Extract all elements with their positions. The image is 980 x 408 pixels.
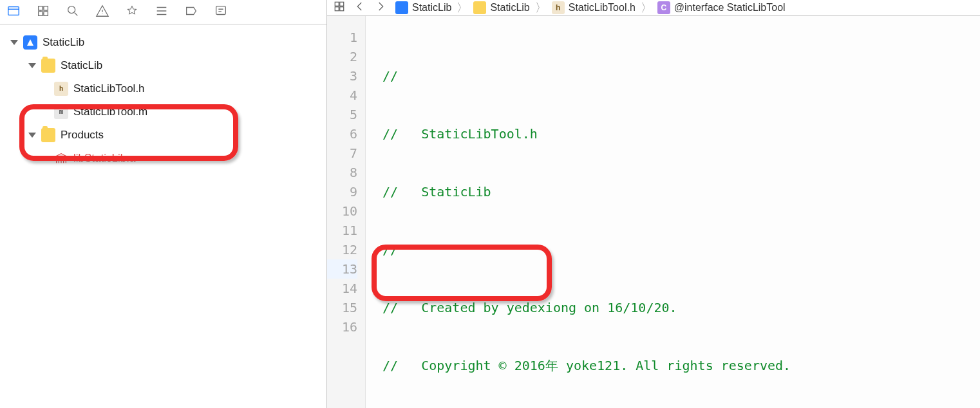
project-icon <box>23 35 37 50</box>
svg-rect-8 <box>340 2 344 6</box>
tree-lib-label: libStaticLib.a <box>73 152 135 165</box>
code-token: // <box>382 242 398 257</box>
tree-file-h-row[interactable]: h StaticLibTool.h <box>0 77 326 100</box>
library-icon <box>54 151 68 165</box>
xcode-window: StaticLib StaticLib h StaticLibTool.h m … <box>0 0 980 408</box>
crumb-label: StaticLib <box>490 2 529 14</box>
line-number: 9 <box>327 182 357 201</box>
disclosure-triangle-icon[interactable] <box>10 40 18 45</box>
navigator-toolbar <box>0 0 326 24</box>
svg-rect-4 <box>44 12 48 15</box>
tree-file-label: StaticLibTool.h <box>73 82 145 95</box>
find-navigator-tab-icon[interactable] <box>66 4 80 20</box>
source-editor[interactable]: 1 2 3 4 5 6 7 8 9 10 11 12 13 14 15 16 /… <box>327 16 980 408</box>
line-number: 15 <box>327 298 357 317</box>
disclosure-triangle-icon[interactable] <box>28 133 36 138</box>
issue-navigator-tab-icon[interactable] <box>95 4 109 20</box>
line-number: 8 <box>327 163 357 182</box>
tree-products-row[interactable]: Products <box>0 124 326 147</box>
navigator-pane: StaticLib StaticLib h StaticLibTool.h m … <box>0 0 327 408</box>
chevron-right-icon: 〉 <box>535 0 547 15</box>
chevron-right-icon: 〉 <box>641 0 652 15</box>
svg-rect-9 <box>335 7 339 11</box>
folder-icon <box>41 128 55 142</box>
crumb-file[interactable]: hStaticLibTool.h <box>552 1 636 14</box>
code-token: // <box>382 68 398 84</box>
tree-group-row[interactable]: StaticLib <box>0 54 326 77</box>
tree-file-m-row[interactable]: m StaticLibTool.m <box>0 100 326 124</box>
jump-bar[interactable]: StaticLib 〉 StaticLib 〉 hStaticLibTool.h… <box>395 0 974 15</box>
related-items-icon[interactable] <box>334 1 345 15</box>
line-gutter: 1 2 3 4 5 6 7 8 9 10 11 12 13 14 15 16 <box>327 16 366 408</box>
tree-group-label: StaticLib <box>61 59 102 72</box>
nav-buttons <box>354 1 386 15</box>
nav-forward-icon[interactable] <box>375 1 386 15</box>
tree-lib-row[interactable]: libStaticLib.a <box>0 147 326 170</box>
crumb-project[interactable]: StaticLib <box>395 1 451 14</box>
code-token: StaticLibTool.h <box>421 126 538 142</box>
line-number: 14 <box>327 279 357 298</box>
crumb-label: StaticLibTool.h <box>569 2 636 14</box>
crumb-symbol[interactable]: C@interface StaticLibTool <box>657 1 786 14</box>
folder-icon <box>473 1 486 14</box>
disclosure-triangle-icon[interactable] <box>28 63 36 68</box>
tree-products-label: Products <box>61 129 104 142</box>
code-token: // Copyright © 2016年 yoke121. All rights… <box>382 358 791 373</box>
crumb-label: StaticLib <box>412 2 451 14</box>
h-file-icon: h <box>54 82 68 96</box>
line-number: 16 <box>327 317 357 337</box>
line-number: 7 <box>327 144 357 163</box>
editor-toolbar: StaticLib 〉 StaticLib 〉 hStaticLibTool.h… <box>327 0 980 16</box>
line-number: 4 <box>327 86 357 105</box>
tree-project-label: StaticLib <box>42 36 84 49</box>
test-navigator-tab-icon[interactable] <box>125 4 139 20</box>
svg-rect-2 <box>44 6 48 10</box>
project-navigator-tab-icon[interactable] <box>6 4 21 20</box>
tree-project-row[interactable]: StaticLib <box>0 31 326 54</box>
svg-rect-10 <box>340 7 344 11</box>
line-number: 1 <box>327 28 357 47</box>
svg-rect-0 <box>8 7 19 15</box>
line-number: 2 <box>327 47 357 66</box>
svg-rect-3 <box>39 12 42 15</box>
debug-navigator-tab-icon[interactable] <box>155 4 169 20</box>
code-token: StaticLib <box>421 184 491 199</box>
class-icon: C <box>657 1 670 14</box>
line-number: 5 <box>327 105 357 124</box>
symbol-navigator-tab-icon[interactable] <box>36 4 50 20</box>
chevron-right-icon: 〉 <box>457 0 468 15</box>
svg-rect-7 <box>335 2 339 6</box>
nav-back-icon[interactable] <box>354 1 366 15</box>
svg-rect-1 <box>39 6 42 10</box>
line-number: 3 <box>327 66 357 86</box>
editor-pane: StaticLib 〉 StaticLib 〉 hStaticLibTool.h… <box>327 0 980 408</box>
line-number: 12 <box>327 240 357 259</box>
tree-file-label: StaticLibTool.m <box>73 106 147 118</box>
report-navigator-tab-icon[interactable] <box>214 4 228 20</box>
crumb-label: @interface StaticLibTool <box>674 2 786 14</box>
project-icon <box>395 1 408 14</box>
svg-rect-6 <box>216 6 226 15</box>
code-token: // Created by yedexiong on 16/10/20. <box>382 300 677 315</box>
crumb-group[interactable]: StaticLib <box>473 1 529 14</box>
line-number: 10 <box>327 201 357 221</box>
project-tree[interactable]: StaticLib StaticLib h StaticLibTool.h m … <box>0 24 326 408</box>
line-number: 11 <box>327 221 357 240</box>
code-token: // <box>382 184 421 199</box>
breakpoint-navigator-tab-icon[interactable] <box>184 4 198 20</box>
h-file-icon: h <box>552 1 565 14</box>
m-file-icon: m <box>54 105 68 119</box>
folder-icon <box>41 59 55 73</box>
svg-point-5 <box>68 6 75 14</box>
line-number: 6 <box>327 124 357 144</box>
line-number: 13 <box>327 259 357 279</box>
source-code[interactable]: // // StaticLibTool.h // StaticLib // //… <box>366 16 980 408</box>
code-token: // <box>382 126 421 142</box>
